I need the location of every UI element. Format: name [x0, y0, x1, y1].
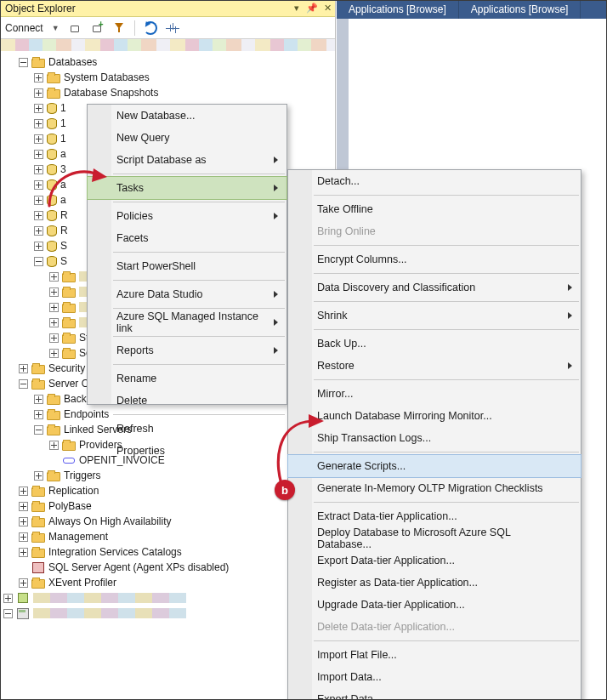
disconnect-icon[interactable] — [68, 21, 82, 35]
expand-icon[interactable] — [34, 196, 43, 205]
menu-item-label: Export Data... — [317, 693, 382, 700]
menu-item[interactable]: Azure Data Studio — [88, 283, 286, 305]
expand-icon[interactable] — [34, 410, 43, 419]
expand-icon[interactable] — [34, 119, 43, 128]
expand-icon[interactable] — [34, 134, 43, 144]
document-tab[interactable]: Applications [Browse] — [337, 0, 459, 19]
menu-item[interactable]: Take Offline — [288, 198, 581, 220]
connect-dropdown-icon[interactable]: ▼ — [52, 24, 60, 32]
menu-item[interactable]: Mirror... — [288, 383, 581, 405]
tree-row[interactable]: SQL Server Agent (Agent XPs disabled) — [3, 560, 335, 575]
tasks-submenu[interactable]: Detach...Take OfflineBring OnlineEncrypt… — [287, 169, 581, 700]
tree-row[interactable]: Integration Services Catalogs — [3, 544, 335, 560]
expand-icon[interactable] — [19, 548, 28, 557]
menu-item[interactable]: Generate Scripts... — [288, 455, 581, 477]
menu-item[interactable]: Upgrade Data-tier Application... — [288, 594, 581, 616]
activity-monitor-icon[interactable] — [166, 21, 179, 35]
tree-label: 1 — [60, 100, 71, 116]
menu-item[interactable]: Register as Data-tier Application... — [288, 572, 581, 594]
tree-row[interactable] — [3, 590, 335, 606]
expand-icon[interactable] — [34, 471, 43, 481]
menu-item[interactable]: Deploy Database to Microsoft Azure SQL D… — [288, 527, 581, 549]
menu-item[interactable]: Tasks — [88, 177, 286, 199]
expand-icon[interactable] — [34, 211, 43, 220]
expand-icon[interactable] — [49, 333, 59, 343]
expand-icon[interactable] — [34, 226, 43, 236]
menu-item[interactable]: Back Up... — [288, 333, 581, 355]
tree-row[interactable]: Management — [3, 529, 335, 544]
expand-icon[interactable] — [49, 272, 59, 282]
expand-icon[interactable] — [49, 318, 59, 327]
expand-icon[interactable] — [19, 364, 28, 373]
menu-item[interactable]: Reports — [88, 339, 286, 361]
menu-item[interactable]: Encrypt Columns... — [288, 248, 581, 270]
expand-icon[interactable] — [19, 502, 28, 511]
server-icon — [16, 607, 30, 619]
menu-item[interactable]: Start PowerShell — [88, 255, 286, 277]
filter-icon[interactable] — [112, 21, 126, 35]
expand-icon[interactable] — [34, 242, 43, 251]
menu-item[interactable]: Refresh — [88, 418, 286, 440]
menu-item[interactable]: Export Data... — [288, 688, 581, 700]
expand-icon[interactable] — [49, 287, 59, 297]
expand-icon[interactable] — [34, 395, 43, 404]
menu-item[interactable]: Rename — [88, 367, 286, 390]
menu-item[interactable]: Policies — [88, 205, 286, 227]
menu-item[interactable]: Delete — [88, 390, 286, 412]
menu-item[interactable]: Import Flat File... — [288, 644, 581, 666]
menu-item[interactable]: Launch Database Mirroring Monitor... — [288, 405, 581, 427]
menu-item[interactable]: Import Data... — [288, 666, 581, 688]
tree-row[interactable]: PolyBase — [3, 498, 335, 514]
menu-item[interactable]: Export Data-tier Application... — [288, 549, 581, 572]
tree-row[interactable]: System Databases — [3, 70, 335, 85]
collapse-icon[interactable] — [3, 609, 13, 618]
expand-icon[interactable] — [34, 73, 43, 83]
menu-item[interactable]: Script Database as — [88, 149, 286, 171]
dropdown-icon[interactable]: ▾ — [289, 1, 304, 16]
menu-item[interactable]: Data Discovery and Classification — [288, 276, 581, 299]
connect-button[interactable]: Connect — [5, 22, 43, 34]
menu-item[interactable]: Azure SQL Managed Instance link — [88, 311, 286, 333]
expand-icon[interactable] — [49, 441, 59, 450]
menu-item[interactable]: Restore — [288, 355, 581, 377]
collapse-icon[interactable] — [19, 58, 28, 67]
expand-icon[interactable] — [19, 517, 28, 526]
expand-icon[interactable] — [34, 104, 43, 113]
tree-row[interactable]: Database Snapshots — [3, 85, 335, 100]
expand-icon[interactable] — [34, 165, 43, 174]
new-connection-icon[interactable] — [90, 21, 104, 35]
folder-icon — [47, 472, 60, 481]
tree-row[interactable]: Replication — [3, 483, 335, 498]
expand-icon[interactable] — [19, 578, 28, 588]
close-icon[interactable]: ✕ — [320, 1, 335, 16]
menu-item[interactable]: New Query — [88, 127, 286, 149]
tree-row[interactable]: Triggers — [3, 468, 335, 483]
menu-item[interactable]: Generate In-Memory OLTP Migration Checkl… — [288, 477, 581, 499]
menu-item[interactable]: Properties — [88, 440, 286, 462]
tree-row[interactable]: Always On High Availability — [3, 514, 335, 529]
menu-item[interactable]: Extract Data-tier Application... — [288, 505, 581, 527]
menu-item[interactable]: Ship Transaction Logs... — [288, 427, 581, 449]
tree-row[interactable] — [3, 606, 335, 621]
collapse-icon[interactable] — [19, 379, 28, 389]
expand-icon[interactable] — [3, 594, 13, 603]
expand-icon[interactable] — [49, 349, 59, 358]
collapse-icon[interactable] — [34, 257, 43, 266]
expand-icon[interactable] — [19, 487, 28, 496]
pin-icon[interactable]: 📌 — [304, 1, 320, 16]
tree-row[interactable]: Databases — [3, 54, 335, 70]
expand-icon[interactable] — [34, 88, 43, 98]
refresh-icon[interactable] — [144, 21, 157, 35]
expand-icon[interactable] — [34, 150, 43, 159]
menu-item[interactable]: New Database... — [88, 105, 286, 127]
expand-icon[interactable] — [19, 532, 28, 542]
tree-row[interactable]: XEvent Profiler — [3, 575, 335, 590]
menu-item[interactable]: Shrink — [288, 304, 581, 327]
expand-icon[interactable] — [34, 180, 43, 190]
menu-item[interactable]: Detach... — [288, 170, 581, 192]
expand-icon[interactable] — [49, 303, 59, 312]
document-tab[interactable]: Applications [Browse] — [459, 0, 581, 19]
menu-item[interactable]: Facets — [88, 227, 286, 249]
collapse-icon[interactable] — [34, 425, 43, 435]
database-context-menu[interactable]: New Database...New QueryScript Database … — [87, 104, 287, 405]
